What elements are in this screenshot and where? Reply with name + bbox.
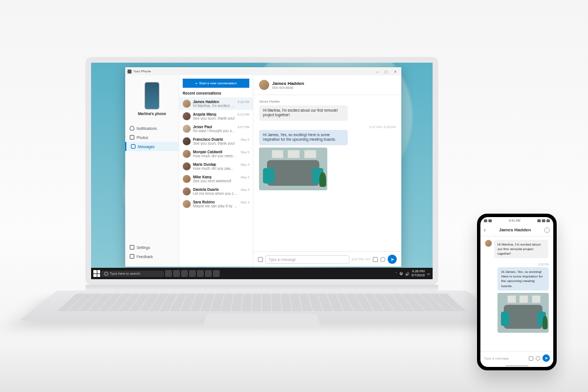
search-placeholder: Type here to search xyxy=(110,272,140,275)
chat-thread-label: James Hadden xyxy=(259,100,396,103)
tray-chevron-icon[interactable]: ˄ xyxy=(396,272,397,276)
conversation-preview: See you next weekend! xyxy=(193,179,239,183)
phone-home-indicator xyxy=(480,365,553,367)
send-button[interactable]: ➤ xyxy=(542,354,550,362)
taskbar-time: 9:28 PM xyxy=(412,270,425,273)
conversation-item[interactable]: Morgan Caldwell How much did you need...… xyxy=(179,148,253,160)
conversation-time: 9:28 PM xyxy=(238,100,249,104)
tray-wifi-icon[interactable]: ⏻ xyxy=(400,272,403,275)
conversation-name: Daniela Duarte xyxy=(193,187,239,191)
conversation-time: May 4 xyxy=(241,163,249,166)
phone-statusbar: 9:41 AM xyxy=(480,217,553,224)
conversation-name: Mike Kang xyxy=(193,175,239,179)
message-outgoing: Hi James, Yes, so exciting! Here is some… xyxy=(259,130,396,190)
bell-icon xyxy=(130,126,134,130)
sidebar-item-label: Feedback xyxy=(137,255,153,259)
image-icon[interactable] xyxy=(373,257,378,262)
laptop-keyboard xyxy=(57,293,467,311)
conversation-name: Marie Dunlap xyxy=(193,162,239,166)
new-conversation-button[interactable]: + Start a new conversation xyxy=(183,79,249,88)
taskbar-app-icon[interactable] xyxy=(189,270,196,277)
sidebar-item-photos[interactable]: Photos xyxy=(125,133,179,142)
message-bubble: Hi James, Yes, so exciting! Here is some… xyxy=(259,130,348,145)
avatar xyxy=(485,240,492,247)
sidebar-item-label: Settings xyxy=(137,246,150,250)
conversation-name: Sara Rubino xyxy=(193,200,239,204)
conversation-preview: Hi Martina, I'm excited about... xyxy=(193,104,236,108)
sidebar-item-settings[interactable]: Settings xyxy=(125,243,179,252)
avatar xyxy=(183,137,191,145)
sidebar-item-messages[interactable]: Messages xyxy=(125,142,179,151)
cortana-icon xyxy=(104,272,108,276)
connected-phone-label: Martina's phone xyxy=(138,112,166,116)
emoji-icon[interactable] xyxy=(380,257,385,262)
conversation-item[interactable]: Angela Wang See you soon, thank you! 6:1… xyxy=(179,110,253,122)
back-icon[interactable]: ‹ xyxy=(484,227,486,233)
window-controls[interactable]: — ▢ ✕ xyxy=(373,70,399,74)
attached-image[interactable] xyxy=(497,293,549,333)
taskbar-app-icon[interactable] xyxy=(173,270,180,277)
chat-panel: James Hadden 555-434-8906 James Hadden H… xyxy=(253,75,401,267)
action-center-icon[interactable]: ▭ xyxy=(427,272,430,276)
taskbar-app-icon[interactable] xyxy=(181,270,188,277)
laptop-hinge xyxy=(85,285,438,291)
app-icon xyxy=(128,70,131,74)
message-input[interactable]: Type a message xyxy=(265,255,349,264)
phone-status-time: 9:41 AM xyxy=(509,219,520,222)
conversation-item[interactable]: Mike Kang See you next weekend! May 4 xyxy=(179,173,253,185)
conversation-name: Morgan Caldwell xyxy=(193,150,239,154)
task-view-icon[interactable] xyxy=(165,270,172,277)
avatar xyxy=(183,100,191,108)
message-bubble: Hi Martina, I'm excited about our first … xyxy=(494,240,548,258)
conversation-item[interactable]: Marie Dunlap How much did you pay... May… xyxy=(179,160,253,173)
phone-message-input[interactable]: Type a message xyxy=(484,357,527,360)
emoji-icon[interactable] xyxy=(536,356,540,361)
sidebar-item-feedback[interactable]: Feedback xyxy=(125,252,179,261)
attached-image[interactable] xyxy=(259,148,327,190)
conversation-time: 6:07 PM xyxy=(238,125,249,129)
conversation-item[interactable]: Francisco Duarte See you soon, thank you… xyxy=(179,135,253,148)
phone-hero: Martina's phone xyxy=(125,79,179,121)
conversation-item[interactable]: Daniela Duarte Let me know when you can.… xyxy=(179,185,253,198)
maximize-icon[interactable]: ▢ xyxy=(382,70,390,74)
conversation-item[interactable]: James Hadden Hi Martina, I'm excited abo… xyxy=(179,97,253,110)
start-button[interactable] xyxy=(93,270,100,277)
close-icon[interactable]: ✕ xyxy=(391,70,399,74)
plus-icon: + xyxy=(195,81,198,85)
sidebar-nav: Notifications Photos Messages xyxy=(125,124,179,243)
conversation-name: James Hadden xyxy=(193,100,236,104)
send-button[interactable]: ➤ xyxy=(388,255,397,264)
conversation-item[interactable]: Jesse Paul No way! I thought you still..… xyxy=(179,122,253,135)
phone-chat-title: James Hadden xyxy=(488,227,542,232)
photo-icon xyxy=(130,135,134,140)
sidebar: Martina's phone Notifications Photos xyxy=(125,75,179,267)
message-bubble: Hi James, Yes, so exciting! Here is some… xyxy=(497,267,549,290)
conversation-time: May 6 xyxy=(241,138,249,141)
laptop-base xyxy=(57,291,467,376)
avatar xyxy=(183,125,191,133)
attach-icon[interactable] xyxy=(258,257,263,262)
avatar xyxy=(183,162,191,170)
conversation-name: Francisco Duarte xyxy=(193,137,239,141)
minimize-icon[interactable]: — xyxy=(373,70,381,74)
conversation-name: Angela Wang xyxy=(193,112,236,116)
conversation-time: May 3 xyxy=(241,188,249,191)
new-conversation-label: Start a new conversation xyxy=(199,81,237,85)
tray-volume-icon[interactable]: 🔊 xyxy=(405,272,409,276)
taskbar-app-icon[interactable] xyxy=(213,270,220,277)
recent-conversations-label: Recent conversations xyxy=(179,91,253,97)
taskbar-app-icon[interactable] xyxy=(197,270,204,277)
window-title: Your Phone xyxy=(133,70,151,73)
taskbar-search[interactable]: Type here to search xyxy=(101,271,164,277)
system-tray[interactable]: ˄ ⏻ 🔊 9:28 PM 5/7/2018 ▭ xyxy=(396,270,430,277)
conversation-item[interactable]: Sara Rubino Maybe we can play it by ear … xyxy=(179,198,253,210)
info-icon[interactable]: i xyxy=(544,227,550,233)
avatar xyxy=(183,187,191,195)
image-icon[interactable] xyxy=(529,356,533,361)
sidebar-item-notifications[interactable]: Notifications xyxy=(125,124,179,133)
avatar xyxy=(183,112,191,120)
gear-icon xyxy=(130,245,134,250)
taskbar-app-icon[interactable] xyxy=(205,270,212,277)
laptop-screen: Your Phone — ▢ ✕ Martina's phone xyxy=(85,57,438,285)
feedback-icon xyxy=(130,254,134,259)
